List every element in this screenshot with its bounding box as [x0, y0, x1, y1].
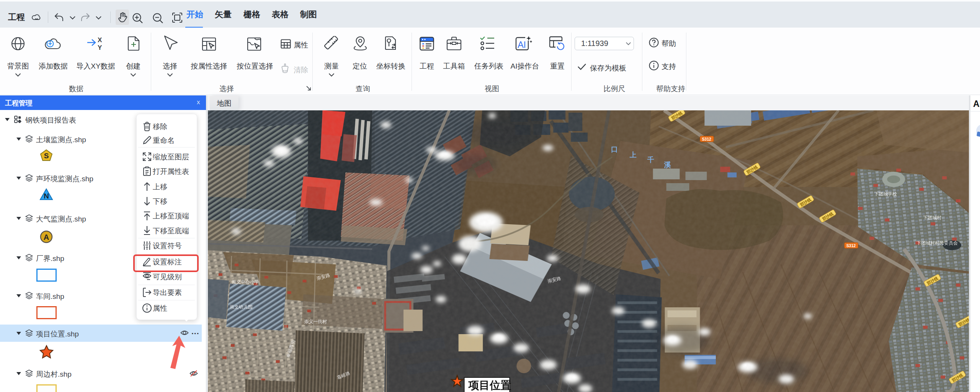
svg-text:N: N	[44, 192, 49, 200]
svg-text:项目位置: 项目位置	[468, 379, 511, 391]
svg-text:S312: S312	[702, 137, 711, 141]
svg-text:X: X	[98, 36, 102, 44]
svg-text:A: A	[44, 233, 49, 241]
svg-text:崇义中心小学: 崇义中心小学	[232, 279, 259, 285]
svg-text:S: S	[44, 152, 49, 160]
svg-text:下团城村村民委员会: 下团城村村民委员会	[916, 240, 958, 246]
svg-text:千: 千	[647, 156, 654, 164]
svg-text:崇文幼儿园: 崇文幼儿园	[230, 304, 253, 310]
svg-text:S312: S312	[846, 244, 856, 248]
svg-text:崇义一街村: 崇义一街村	[304, 319, 327, 324]
svg-text:上: 上	[629, 151, 637, 159]
svg-text:溪: 溪	[664, 161, 671, 169]
svg-text:下团城学校: 下团城学校	[874, 191, 897, 197]
svg-text:Y: Y	[98, 44, 102, 51]
svg-text:下团城村: 下团城村	[923, 215, 941, 220]
svg-text:口: 口	[611, 146, 618, 153]
svg-text:Al: Al	[518, 39, 526, 50]
